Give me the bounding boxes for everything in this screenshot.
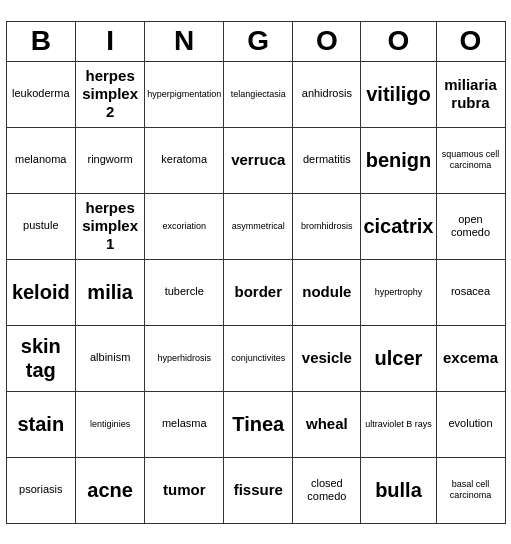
- cell-r0-c1: herpes simplex 2: [76, 61, 145, 127]
- cell-r1-c6: squamous cell carcinoma: [436, 127, 505, 193]
- cell-r6-c3: fissure: [224, 457, 293, 523]
- cell-r3-c0: keloid: [6, 259, 76, 325]
- cell-r4-c5: ulcer: [361, 325, 436, 391]
- cell-r3-c5: hypertrophy: [361, 259, 436, 325]
- cell-r5-c0: stain: [6, 391, 76, 457]
- cell-r4-c4: vesicle: [293, 325, 361, 391]
- cell-r4-c3: conjunctivites: [224, 325, 293, 391]
- bingo-header-O: O: [293, 21, 361, 61]
- cell-r0-c3: telangiectasia: [224, 61, 293, 127]
- cell-r6-c2: tumor: [145, 457, 224, 523]
- cell-r0-c6: miliaria rubra: [436, 61, 505, 127]
- bingo-header-I: I: [76, 21, 145, 61]
- cell-r4-c2: hyperhidrosis: [145, 325, 224, 391]
- cell-r6-c0: psoriasis: [6, 457, 76, 523]
- cell-r0-c0: leukoderma: [6, 61, 76, 127]
- cell-r5-c1: lentiginies: [76, 391, 145, 457]
- cell-r3-c4: nodule: [293, 259, 361, 325]
- cell-r0-c2: hyperpigmentation: [145, 61, 224, 127]
- cell-r1-c2: keratoma: [145, 127, 224, 193]
- cell-r0-c5: vitiligo: [361, 61, 436, 127]
- cell-r3-c2: tubercle: [145, 259, 224, 325]
- cell-r3-c3: border: [224, 259, 293, 325]
- cell-r6-c5: bulla: [361, 457, 436, 523]
- cell-r2-c2: excoriation: [145, 193, 224, 259]
- cell-r2-c1: herpes simplex 1: [76, 193, 145, 259]
- cell-r2-c5: cicatrix: [361, 193, 436, 259]
- cell-r5-c2: melasma: [145, 391, 224, 457]
- bingo-card: BINGOOO leukodermaherpes simplex 2hyperp…: [6, 21, 506, 524]
- cell-r5-c6: evolution: [436, 391, 505, 457]
- cell-r5-c4: wheal: [293, 391, 361, 457]
- cell-r0-c4: anhidrosis: [293, 61, 361, 127]
- cell-r6-c6: basal cell carcinoma: [436, 457, 505, 523]
- cell-r2-c0: pustule: [6, 193, 76, 259]
- cell-r4-c0: skin tag: [6, 325, 76, 391]
- cell-r1-c4: dermatitis: [293, 127, 361, 193]
- cell-r5-c3: Tinea: [224, 391, 293, 457]
- cell-r4-c6: excema: [436, 325, 505, 391]
- cell-r3-c6: rosacea: [436, 259, 505, 325]
- cell-r1-c0: melanoma: [6, 127, 76, 193]
- cell-r6-c4: closed comedo: [293, 457, 361, 523]
- bingo-header-N: N: [145, 21, 224, 61]
- cell-r1-c3: verruca: [224, 127, 293, 193]
- bingo-header-G: G: [224, 21, 293, 61]
- bingo-header-B: B: [6, 21, 76, 61]
- cell-r2-c4: bromhidrosis: [293, 193, 361, 259]
- cell-r6-c1: acne: [76, 457, 145, 523]
- cell-r4-c1: albinism: [76, 325, 145, 391]
- cell-r5-c5: ultraviolet B rays: [361, 391, 436, 457]
- cell-r2-c6: open comedo: [436, 193, 505, 259]
- cell-r1-c5: benign: [361, 127, 436, 193]
- cell-r3-c1: milia: [76, 259, 145, 325]
- cell-r2-c3: asymmetrical: [224, 193, 293, 259]
- bingo-header-O: O: [436, 21, 505, 61]
- cell-r1-c1: ringworm: [76, 127, 145, 193]
- bingo-header-O: O: [361, 21, 436, 61]
